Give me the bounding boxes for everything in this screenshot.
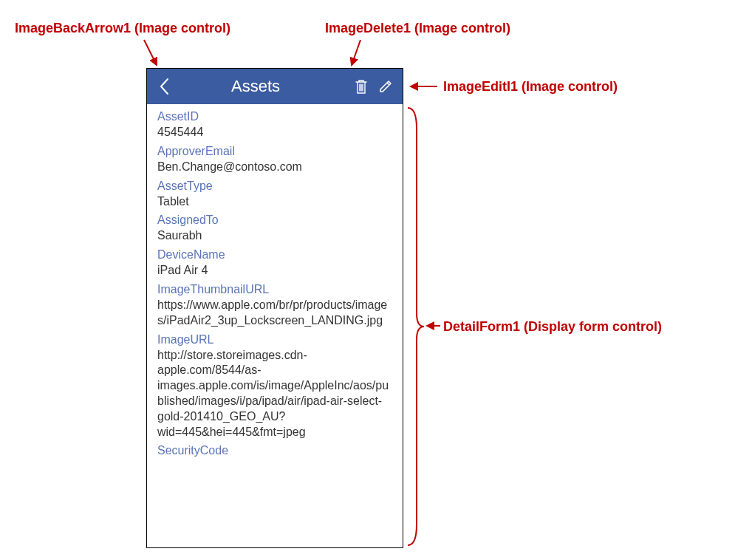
field-label: ApproverEmail: [157, 145, 392, 158]
field-value: https://www.apple.com/br/pr/products/ima…: [157, 298, 392, 329]
detail-form: AssetID 4545444 ApproverEmail Ben.Change…: [147, 104, 403, 547]
svg-line-0: [144, 40, 157, 65]
field-imagethumbnailurl: ImageThumbnailURL https://www.apple.com/…: [157, 283, 392, 329]
callout-detail-form: DetailForm1 (Display form control): [443, 319, 662, 335]
field-label: DeviceName: [157, 248, 392, 262]
field-label: ImageThumbnailURL: [157, 283, 392, 296]
arrow-detail-form: [424, 319, 442, 332]
screen-title: Assets: [163, 77, 348, 96]
field-assettype: AssetType Tablet: [157, 180, 392, 210]
field-label: ImageURL: [157, 333, 392, 346]
svg-line-1: [352, 40, 360, 65]
field-imageurl: ImageURL http://store.storeimages.cdn-ap…: [157, 333, 392, 440]
edit-icon[interactable]: [375, 79, 397, 94]
callout-delete: ImageDelete1 (Image control): [325, 21, 510, 36]
field-approveremail: ApproverEmail Ben.Change@contoso.com: [157, 145, 392, 175]
brace-detail-form: [406, 106, 425, 547]
field-value: 4545444: [157, 125, 392, 140]
callout-edit: ImageEditI1 (Image control): [443, 79, 618, 95]
delete-icon[interactable]: [348, 78, 375, 95]
field-label: AssetID: [157, 110, 392, 123]
field-value: Saurabh: [157, 228, 392, 244]
field-value: Tablet: [157, 194, 392, 210]
field-label: AssetType: [157, 180, 392, 193]
phone-frame: Assets AssetID 4545444 ApproverEmail Ben…: [146, 68, 403, 548]
arrow-back: [140, 38, 163, 69]
field-value: http://store.storeimages.cdn-apple.com/8…: [157, 348, 392, 440]
field-assetid: AssetID 4545444: [157, 110, 392, 140]
field-value: iPad Air 4: [157, 263, 392, 279]
field-securitycode: SecurityCode: [157, 444, 392, 457]
arrow-delete: [346, 38, 368, 69]
field-assignedto: AssignedTo Saurabh: [157, 214, 392, 244]
arrow-edit: [408, 80, 440, 93]
callout-back-arrow: ImageBackArrow1 (Image control): [15, 21, 230, 36]
field-label: AssignedTo: [157, 214, 392, 227]
field-label: SecurityCode: [157, 444, 392, 457]
field-devicename: DeviceName iPad Air 4: [157, 248, 392, 279]
field-value: Ben.Change@contoso.com: [157, 160, 392, 175]
screen-header: Assets: [147, 69, 403, 104]
